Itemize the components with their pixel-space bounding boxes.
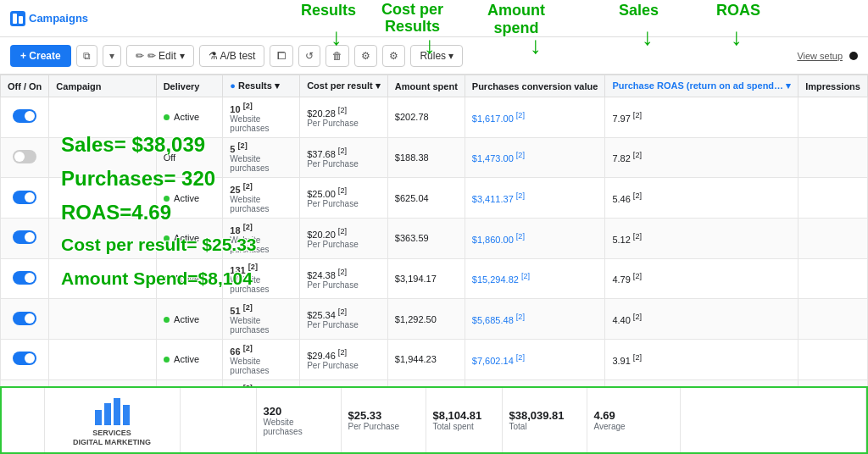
create-button[interactable]: + Create xyxy=(10,45,71,67)
active-dot xyxy=(164,235,170,241)
toggle-switch[interactable] xyxy=(13,150,36,163)
table-row: Active 131 [2] Website purchases $24.38 … xyxy=(1,258,868,299)
header-results[interactable]: ● Results ▾ xyxy=(223,75,300,97)
rules-button[interactable]: Rules ▾ xyxy=(410,45,463,67)
cell-impressions xyxy=(798,339,868,379)
cell-toggle[interactable] xyxy=(1,178,49,219)
cell-delivery: Active xyxy=(156,218,223,258)
pcv-link[interactable]: $5,685.48 [2] xyxy=(472,315,525,325)
pcv-link[interactable]: $15,294.82 [2] xyxy=(472,274,530,285)
icon-btn-2[interactable]: ↺ xyxy=(298,45,320,67)
main-container: Campaigns + Create ⧉ ▾ ✏ ✏ Edit ▾ ⚗ A/B … xyxy=(0,0,868,454)
cost-sub: Per Purchase xyxy=(307,119,381,128)
cell-cost: $37.68 [2] Per Purchase xyxy=(300,137,388,178)
pcv-link[interactable]: $1,473.00 [2] xyxy=(472,153,525,163)
cell-results: 131 [2] Website purchases xyxy=(223,258,300,299)
watermark-text: SERVICESDIGITAL MARKETING xyxy=(52,429,173,447)
toggle-switch[interactable] xyxy=(13,230,36,244)
icon-btn-4[interactable]: ⚙ xyxy=(354,45,377,67)
cell-toggle[interactable] xyxy=(1,299,49,340)
cell-impressions xyxy=(798,97,868,138)
summary-cost-cell: $25.33 Per Purchase xyxy=(341,388,426,452)
amount-value: $1,944.23 xyxy=(395,354,437,364)
cell-pcv: $15,294.82 [2] xyxy=(465,258,605,299)
nav-logo-icon xyxy=(10,11,25,26)
cell-delivery: Active xyxy=(156,299,223,340)
header-roas[interactable]: Purchase ROAS (return on ad spend… ▾ xyxy=(605,75,798,97)
cell-campaign xyxy=(49,218,156,258)
cell-pcv: $7,602.14 [2] xyxy=(465,339,605,379)
cell-roas: 3.91 [2] xyxy=(605,339,798,379)
svg-rect-2 xyxy=(95,410,102,425)
cell-results: 66 [2] Website purchases xyxy=(223,339,300,379)
icon-btn-5[interactable]: ⚙ xyxy=(382,45,405,67)
icon-btn-3[interactable]: 🗑 xyxy=(326,45,349,67)
header-amount-spent[interactable]: Amount spent xyxy=(387,75,465,97)
delivery-status: Active xyxy=(174,233,199,243)
summary-roas-sub: Average xyxy=(594,422,673,431)
summary-roas-val: 4.69 xyxy=(594,409,673,422)
active-dot xyxy=(164,317,170,323)
cell-roas: 4.40 [2] xyxy=(605,299,798,340)
header-purchases-cv[interactable]: Purchases conversion value xyxy=(465,75,605,97)
amount-value: $363.59 xyxy=(395,233,429,243)
summary-pcv-cell: $38,039.81 Total xyxy=(502,388,587,452)
cell-toggle[interactable] xyxy=(1,339,49,379)
cell-pcv: $1,860.00 [2] xyxy=(465,218,605,258)
cell-results: 51 [2] Website purchases xyxy=(223,299,300,340)
summary-delivery-cell xyxy=(180,388,256,452)
arrow-down-button[interactable]: ▾ xyxy=(103,45,121,67)
header-impressions[interactable]: Impressions xyxy=(798,75,868,97)
cell-roas: 5.46 [2] xyxy=(605,178,798,219)
cell-toggle[interactable] xyxy=(1,218,49,258)
cost-sub: Per Purchase xyxy=(307,240,381,249)
amount-value: $188.38 xyxy=(395,152,429,163)
ab-test-button[interactable]: ⚗ A/B test xyxy=(199,45,265,67)
toggle-switch[interactable] xyxy=(13,352,36,365)
cell-delivery: Off xyxy=(156,137,223,178)
toggle-switch[interactable] xyxy=(13,312,36,325)
svg-rect-1 xyxy=(19,16,23,24)
view-setup-link[interactable]: View setup xyxy=(797,51,843,61)
toggle-switch[interactable] xyxy=(13,109,36,123)
cell-roas: 5.12 [2] xyxy=(605,218,798,258)
roas-value: 3.91 [2] xyxy=(612,356,642,366)
status-indicator xyxy=(849,52,858,60)
pcv-link[interactable]: $3,411.37 [2] xyxy=(472,194,525,204)
active-dot xyxy=(164,276,170,282)
summary-toggle-cell xyxy=(2,388,44,452)
cell-toggle[interactable] xyxy=(1,137,49,178)
toggle-switch[interactable] xyxy=(13,191,36,204)
icon-btn-1[interactable]: ⧠ xyxy=(270,45,293,67)
toolbar-right: View setup xyxy=(797,51,858,61)
active-dot xyxy=(164,196,170,202)
toolbar: + Create ⧉ ▾ ✏ ✏ Edit ▾ ⚗ A/B test ⧠ ↺ 🗑… xyxy=(0,37,868,75)
campaigns-table: Off / On Campaign Delivery ● Results ▾ C… xyxy=(0,75,868,420)
toggle-switch[interactable] xyxy=(13,271,36,285)
cell-delivery: Active xyxy=(156,258,223,299)
pcv-link[interactable]: $1,617.00 [2] xyxy=(472,114,525,124)
nav-logo: Campaigns xyxy=(10,11,88,26)
cell-results: 10 [2] Website purchases xyxy=(223,97,300,138)
cell-results: 25 [2] Website purchases xyxy=(223,178,300,219)
pcv-link[interactable]: $7,602.14 [2] xyxy=(472,356,525,366)
results-value: 5 [2] xyxy=(230,144,247,154)
summary-amount-val: $8,104.81 xyxy=(433,409,495,422)
cell-toggle[interactable] xyxy=(1,97,49,138)
duplicate-button[interactable]: ⧉ xyxy=(76,45,97,67)
table-row: Active 51 [2] Website purchases $25.34 [… xyxy=(1,299,868,340)
results-sub: Website purchases xyxy=(230,195,292,213)
edit-button[interactable]: ✏ ✏ Edit ▾ xyxy=(126,45,194,67)
pcv-link[interactable]: $1,860.00 [2] xyxy=(472,235,525,245)
roas-value: 7.82 [2] xyxy=(612,153,642,163)
cell-impressions xyxy=(798,137,868,178)
cell-roas: 7.82 [2] xyxy=(605,137,798,178)
top-nav: Campaigns xyxy=(0,0,868,37)
cell-toggle[interactable] xyxy=(1,258,49,299)
results-sub: Website purchases xyxy=(230,114,292,133)
amount-value: $3,194.17 xyxy=(395,274,437,284)
cell-pcv: $1,473.00 [2] xyxy=(465,137,605,178)
results-value: 51 [2] xyxy=(230,306,253,316)
summary-results-cell: 320 Website purchases xyxy=(256,388,341,452)
header-cost-per-result[interactable]: Cost per result ▾ xyxy=(300,75,388,97)
